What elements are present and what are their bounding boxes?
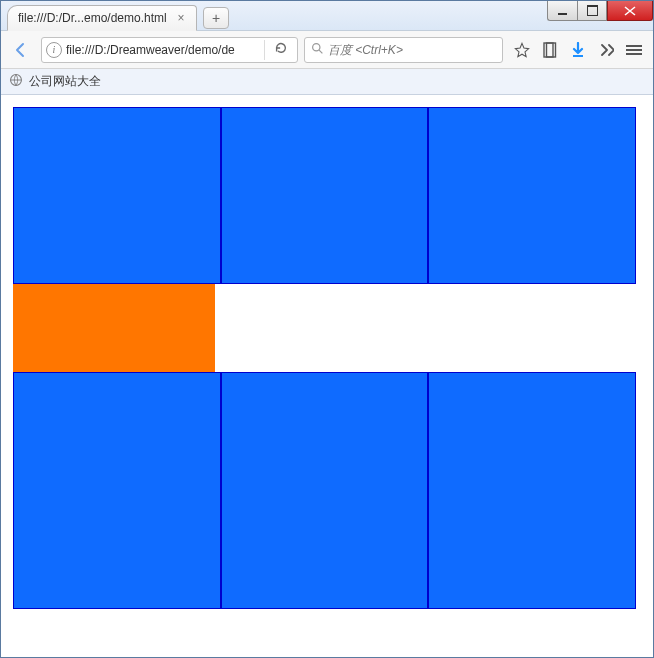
- toolbar-right: [509, 41, 647, 59]
- bookmarks-bar: 公司网站大全: [1, 69, 653, 95]
- grid-row-1: [13, 107, 636, 284]
- grid-cell-1-3: [428, 107, 636, 284]
- bookmark-link[interactable]: 公司网站大全: [29, 73, 101, 90]
- titlebar: file:///D:/Dr...emo/demo.html × +: [1, 1, 653, 31]
- grid-cell-3-2: [221, 372, 429, 609]
- menu-button[interactable]: [625, 41, 643, 59]
- grid-cell-1-2: [221, 107, 429, 284]
- demo-page: [13, 107, 636, 609]
- content-viewport: [1, 95, 653, 657]
- downloads-icon[interactable]: [569, 41, 587, 59]
- grid-row-3: [13, 372, 636, 609]
- tab-active[interactable]: file:///D:/Dr...emo/demo.html ×: [7, 5, 197, 31]
- svg-rect-2: [544, 43, 553, 57]
- browser-window: file:///D:/Dr...emo/demo.html × + i: [0, 0, 654, 658]
- url-divider: [264, 40, 265, 60]
- reload-button[interactable]: [269, 41, 293, 58]
- overflow-icon[interactable]: [597, 41, 615, 59]
- url-input[interactable]: [66, 43, 260, 57]
- globe-icon: [9, 73, 23, 90]
- grid-cell-1-1: [13, 107, 221, 284]
- grid-cell-2-1: [13, 284, 215, 372]
- svg-line-1: [319, 50, 322, 53]
- close-button[interactable]: [607, 1, 653, 21]
- bookmark-star-icon[interactable]: [513, 41, 531, 59]
- grid-cell-3-1: [13, 372, 221, 609]
- search-icon: [311, 41, 324, 59]
- tab-strip: file:///D:/Dr...emo/demo.html × +: [7, 5, 229, 31]
- tab-title: file:///D:/Dr...emo/demo.html: [18, 11, 174, 25]
- grid-cell-2-2: [215, 284, 636, 372]
- back-button[interactable]: [7, 36, 35, 64]
- library-icon[interactable]: [541, 41, 559, 59]
- nav-toolbar: i: [1, 31, 653, 69]
- search-input[interactable]: [328, 43, 496, 57]
- new-tab-button[interactable]: +: [203, 7, 229, 29]
- window-controls: [547, 1, 653, 21]
- tab-close-button[interactable]: ×: [174, 11, 188, 25]
- site-info-icon[interactable]: i: [46, 42, 62, 58]
- url-bar[interactable]: i: [41, 37, 298, 63]
- hamburger-icon: [626, 43, 642, 57]
- minimize-button[interactable]: [547, 1, 577, 21]
- grid-cell-3-3: [428, 372, 636, 609]
- svg-rect-3: [547, 43, 556, 57]
- search-bar[interactable]: [304, 37, 503, 63]
- svg-point-0: [312, 43, 319, 50]
- maximize-button[interactable]: [577, 1, 607, 21]
- grid-row-2: [13, 284, 636, 372]
